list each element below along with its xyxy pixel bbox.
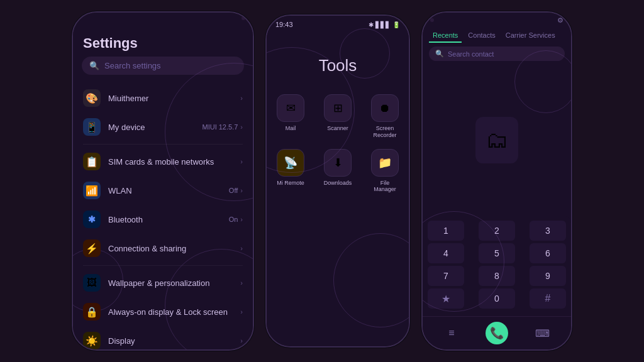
file-manager-icon: 📁 — [371, 149, 399, 177]
dial-key-star[interactable]: ★ — [428, 288, 464, 309]
my-device-value: MIUI 12.5.7 — [202, 123, 238, 131]
downloads-label: Downloads — [324, 180, 352, 187]
bluetooth-value: On — [229, 216, 238, 223]
phone-settings: Settings 🔍 Search settings 🎨 Miuithemer … — [72, 11, 254, 351]
menu-button[interactable]: ≡ — [440, 322, 463, 344]
always-on-text: Always-on display & Lock screen — [108, 307, 240, 317]
my-device-text: My device — [108, 123, 202, 132]
keyboard-button[interactable]: ⌨ — [531, 322, 553, 344]
app-mi-remote[interactable]: 📡 Mi Remote — [274, 149, 308, 194]
chevron-icon: › — [240, 158, 243, 165]
settings-search-bar[interactable]: 🔍 Search settings — [82, 57, 244, 75]
bluetooth-icon: ✱ — [83, 211, 101, 228]
my-device-icon: 📱 — [83, 118, 101, 136]
status-bar: 19:43 ✱ ▋▋▋ 🔋 — [267, 16, 409, 31]
app-mail[interactable]: ✉ Mail — [274, 94, 308, 139]
dial-pad: 1 2 3 4 5 6 7 8 9 ★ 0 # — [423, 216, 571, 316]
chevron-icon: › — [240, 123, 243, 131]
phone-dialer: ⚙ Recents Contacts Carrier Services 🔍 Se… — [421, 11, 572, 351]
dial-row-4: ★ 0 # — [428, 288, 566, 309]
status-icons: ✱ ▋▋▋ 🔋 — [369, 21, 400, 28]
tab-contacts[interactable]: Contacts — [464, 29, 499, 43]
app-file-manager[interactable]: 📁 FileManager — [368, 149, 402, 194]
sim-text: SIM cards & mobile networks — [108, 157, 240, 167]
app-row-1: ✉ Mail ⊞ Scanner ⏺ ScreenRecorder — [274, 94, 402, 139]
camera-dot — [430, 18, 434, 22]
mail-icon: ✉ — [277, 94, 304, 122]
app-scanner[interactable]: ⊞ Scanner — [321, 94, 355, 139]
display-label: Display — [108, 336, 240, 346]
dial-key-0[interactable]: 0 — [479, 288, 515, 309]
app-screen-recorder[interactable]: ⏺ ScreenRecorder — [368, 94, 402, 139]
chevron-icon: › — [240, 94, 243, 102]
wlan-label: WLAN — [108, 186, 229, 195]
dial-key-9[interactable]: 9 — [530, 266, 566, 286]
settings-item-connection-sharing[interactable]: ⚡ Connection & sharing › — [73, 234, 253, 263]
tab-carrier-services[interactable]: Carrier Services — [502, 29, 559, 43]
scanner-label: Scanner — [327, 125, 348, 132]
search-placeholder: Search contact — [448, 50, 494, 58]
folder-title: Tools — [267, 56, 409, 75]
chevron-icon: › — [240, 308, 243, 315]
wlan-text: WLAN — [108, 186, 229, 195]
dial-key-3[interactable]: 3 — [530, 221, 566, 241]
settings-item-miuithemer[interactable]: 🎨 Miuithemer › — [73, 84, 253, 112]
phone-search-bar[interactable]: 🔍 Search contact — [429, 47, 565, 61]
connection-icon: ⚡ — [83, 239, 101, 257]
signal-icon: ▋▋▋ — [375, 21, 391, 28]
recent-content: 🗂 — [423, 65, 571, 216]
settings-item-bluetooth[interactable]: ✱ Bluetooth On › — [73, 205, 253, 234]
dial-key-2[interactable]: 2 — [479, 221, 515, 241]
app-grid: ✉ Mail ⊞ Scanner ⏺ ScreenRecorder 📡 Mi R… — [267, 94, 409, 193]
settings-item-sim[interactable]: 📋 SIM cards & mobile networks › — [73, 147, 253, 176]
bluetooth-text: Bluetooth — [108, 215, 229, 224]
bluetooth-status-icon: ✱ — [369, 21, 374, 28]
file-manager-label: FileManager — [374, 180, 396, 194]
search-icon: 🔍 — [89, 61, 99, 70]
settings-item-always-on[interactable]: 🔒 Always-on display & Lock screen › — [73, 297, 253, 326]
my-device-label: My device — [108, 123, 202, 132]
mail-label: Mail — [286, 125, 296, 132]
dial-key-4[interactable]: 4 — [428, 243, 464, 263]
settings-item-wlan[interactable]: 📶 WLAN Off › — [73, 176, 253, 205]
display-text: Display — [108, 336, 240, 346]
search-placeholder: Search settings — [104, 61, 161, 70]
dial-key-1[interactable]: 1 — [428, 221, 464, 241]
dial-row-3: 7 8 9 — [428, 266, 566, 286]
divider — [83, 144, 243, 145]
phone-tools: 19:43 ✱ ▋▋▋ 🔋 Tools ✉ Mail ⊞ Scanner ⏺ — [265, 14, 410, 348]
divider — [83, 265, 243, 266]
dial-key-6[interactable]: 6 — [530, 243, 566, 263]
wallpaper-icon: 🖼 — [83, 274, 101, 292]
dial-key-5[interactable]: 5 — [479, 243, 515, 263]
wallpaper-label: Wallpaper & personalization — [108, 278, 240, 288]
chevron-icon: › — [240, 279, 243, 287]
settings-item-my-device[interactable]: 📱 My device MIUI 12.5.7 › — [73, 112, 253, 141]
sim-label: SIM cards & mobile networks — [108, 157, 240, 167]
lock-icon: 🔒 — [83, 303, 101, 321]
clock: 19:43 — [275, 21, 293, 28]
bottom-nav: ≡ 📞 ⌨ — [423, 316, 571, 349]
chevron-icon: › — [240, 244, 243, 252]
wlan-icon: 📶 — [83, 182, 101, 199]
connection-text: Connection & sharing — [108, 244, 240, 253]
connection-label: Connection & sharing — [108, 244, 240, 253]
settings-item-display[interactable]: ☀️ Display › — [73, 326, 253, 349]
gear-icon[interactable]: ⚙ — [557, 16, 564, 25]
settings-item-wallpaper[interactable]: 🖼 Wallpaper & personalization › — [73, 268, 253, 297]
call-button[interactable]: 📞 — [486, 322, 508, 344]
app-downloads[interactable]: ⬇ Downloads — [321, 149, 355, 194]
tab-recents[interactable]: Recents — [429, 29, 462, 43]
chevron-icon: › — [240, 216, 243, 223]
miuithemer-label: Miuithemer — [108, 94, 240, 103]
dial-key-hash[interactable]: # — [530, 288, 566, 309]
dial-key-7[interactable]: 7 — [428, 266, 464, 286]
app-row-2: 📡 Mi Remote ⬇ Downloads 📁 FileManager — [274, 149, 402, 194]
wallpaper-text: Wallpaper & personalization — [108, 278, 240, 288]
chevron-icon: › — [240, 337, 243, 344]
gear-decoration — [333, 233, 409, 327]
contact-card[interactable]: 🗂 — [475, 117, 518, 163]
dial-key-8[interactable]: 8 — [479, 266, 515, 286]
camera-dot — [242, 16, 245, 20]
bluetooth-label: Bluetooth — [108, 215, 229, 224]
